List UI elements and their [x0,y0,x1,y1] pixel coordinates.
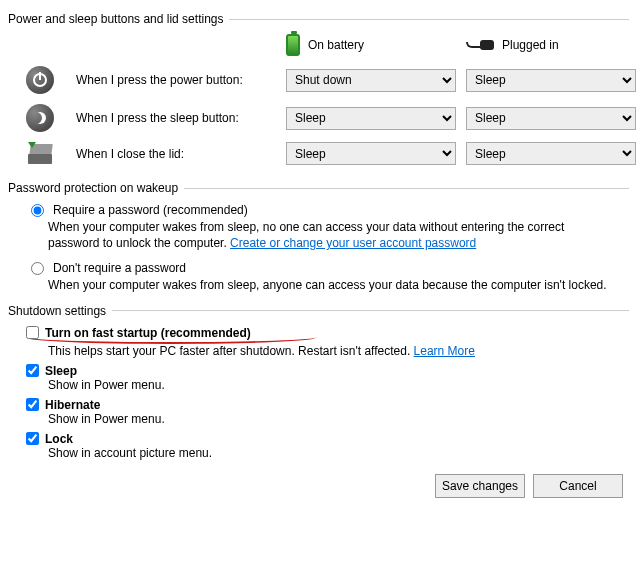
row-label-lid: When I close the lid: [76,147,276,161]
hibernate-checkbox[interactable] [26,398,39,411]
divider [112,310,629,311]
power-plugged-select[interactable]: Sleep [466,69,636,92]
lock-checkbox[interactable] [26,432,39,445]
section-header-password: Password protection on wakeup [8,181,629,195]
fast-startup-checkbox[interactable] [26,326,39,339]
divider [229,19,629,20]
power-battery-select[interactable]: Shut down [286,69,456,92]
row-label-power: When I press the power button: [76,73,276,87]
column-header-battery: On battery [308,38,364,52]
hibernate-desc: Show in Power menu. [48,412,629,426]
sleep-plugged-select[interactable]: Sleep [466,107,636,130]
sleep-checkbox[interactable] [26,364,39,377]
require-password-radio[interactable] [31,204,44,217]
row-label-sleep: When I press the sleep button: [76,111,276,125]
dont-require-password-label: Don't require a password [53,261,186,275]
dont-require-password-desc: When your computer wakes from sleep, any… [48,277,608,293]
fast-startup-label: Turn on fast startup (recommended) [45,326,251,340]
battery-icon [286,34,300,56]
require-password-desc: When your computer wakes from sleep, no … [48,219,608,251]
power-button-icon [26,66,54,94]
hibernate-label: Hibernate [45,398,100,412]
change-password-link[interactable]: Create or change your user account passw… [230,236,476,250]
sleep-battery-select[interactable]: Sleep [286,107,456,130]
section-header-shutdown: Shutdown settings [8,304,629,318]
sleep-label: Sleep [45,364,77,378]
divider [184,188,629,189]
sleep-desc: Show in Power menu. [48,378,629,392]
fast-startup-desc: This helps start your PC faster after sh… [48,344,629,358]
lid-icon [26,144,56,164]
lock-desc: Show in account picture menu. [48,446,629,460]
dialog-buttons: Save changes Cancel [8,474,629,498]
column-header-plugged: Plugged in [502,38,559,52]
section-title: Password protection on wakeup [8,181,184,195]
section-title: Power and sleep buttons and lid settings [8,12,229,26]
power-settings-grid: On battery Plugged in When I press the p… [26,34,629,165]
cancel-button[interactable]: Cancel [533,474,623,498]
sleep-button-icon [26,104,54,132]
save-changes-button[interactable]: Save changes [435,474,525,498]
section-title: Shutdown settings [8,304,112,318]
learn-more-link[interactable]: Learn More [414,344,475,358]
require-password-label: Require a password (recommended) [53,203,248,217]
plug-icon [466,39,494,51]
lid-battery-select[interactable]: Sleep [286,142,456,165]
dont-require-password-radio[interactable] [31,262,44,275]
lock-label: Lock [45,432,73,446]
lid-plugged-select[interactable]: Sleep [466,142,636,165]
section-header-buttons-lid: Power and sleep buttons and lid settings [8,12,629,26]
